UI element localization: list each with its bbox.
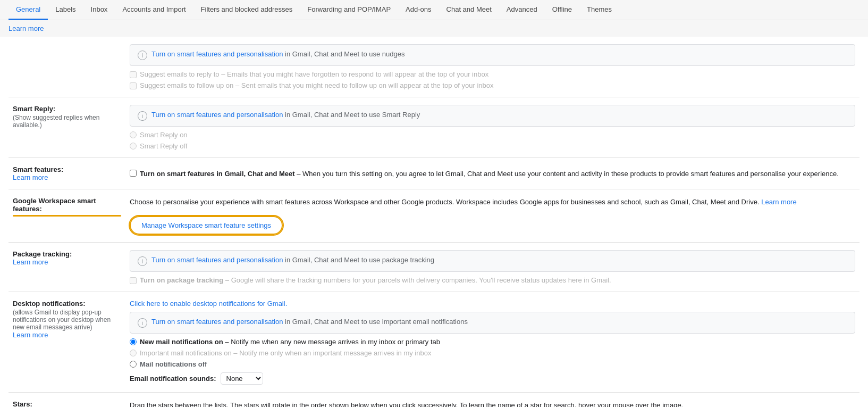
workspace-desc-text: Choose to personalise your experience wi… [130,198,760,206]
stars-label: Stars: [13,400,32,408]
package-tracking-desc: – Google will share the tracking numbers… [223,276,611,284]
notification-sounds-select[interactable]: None [221,372,263,385]
mail-off-label: Mail notifications off [140,360,207,368]
nudges-info-text: Turn on smart features and personalisati… [151,50,404,58]
package-tracking-checkbox-label: Turn on package tracking – Google will s… [140,276,611,284]
tab-offline[interactable]: Offline [545,0,579,20]
package-tracking-row: Package tracking: Learn more i Turn on s… [9,242,859,292]
workspace-label-cell: Google Workspace smart features: [9,189,125,243]
workspace-content-cell: Choose to personalise your experience wi… [125,189,859,243]
info-icon-nudges: i [138,51,147,60]
suggest-followup-label: Suggest emails to follow up on – Sent em… [140,81,494,89]
smart-reply-content-cell: i Turn on smart features and personalisa… [125,97,859,158]
smart-reply-on-label: Smart Reply on [140,131,188,139]
mail-notifications-off-row: Mail notifications off [130,360,855,368]
desktop-notifications-row: Desktop notifications: (allows Gmail to … [9,292,859,392]
important-mail-notifications-row: Important mail notifications on – Notify… [130,349,855,357]
smart-reply-off-label: Smart Reply off [140,142,187,150]
smart-features-row: Smart features: Learn more Turn on smart… [9,158,859,189]
tab-chat-and-meet[interactable]: Chat and Meet [439,0,499,20]
desktop-notifications-content-cell: Click here to enable desktop notificatio… [125,292,859,392]
suggest-reply-label: Suggest emails to reply to – Emails that… [140,70,488,78]
smart-features-checkbox[interactable] [130,170,137,177]
manage-workspace-button[interactable]: Manage Workspace smart feature settings [130,216,283,235]
tab-labels[interactable]: Labels [48,0,83,20]
desktop-notifications-learn-more-link[interactable]: Learn more [13,331,48,339]
nudges-content-cell: i Turn on smart features and personalisa… [125,37,859,97]
smart-reply-off-radio[interactable] [130,143,137,149]
desktop-notifications-label: Desktop notifications: [13,300,86,308]
new-mail-radio[interactable] [130,338,137,345]
suggest-reply-row: Suggest emails to reply to – Emails that… [130,70,855,78]
workspace-desc: Choose to personalise your experience wi… [130,197,855,207]
smart-reply-info-box: i Turn on smart features and personalisa… [130,105,855,127]
smart-features-content-cell: Turn on smart features in Gmail, Chat an… [125,158,859,189]
tab-add-ons[interactable]: Add-ons [398,0,439,20]
notification-sounds-label: Email notification sounds: [130,375,216,383]
tab-advanced[interactable]: Advanced [499,0,545,20]
desktop-notifications-label-cell: Desktop notifications: (allows Gmail to … [9,292,125,392]
new-mail-label: New mail notifications on – Notify me wh… [140,338,440,346]
workspace-underline [13,215,121,217]
info-icon-smart-reply: i [138,111,147,121]
mail-off-radio[interactable] [130,361,137,368]
suggest-reply-checkbox[interactable] [130,71,137,78]
smart-reply-sub: (Show suggested replies when available.) [13,114,121,129]
stars-content-cell: Drag the stars between the lists. The st… [125,392,859,407]
smart-features-label: Smart features: [13,165,63,173]
tab-inbox[interactable]: Inbox [83,0,115,20]
smart-features-checkbox-label: Turn on smart features in Gmail, Chat an… [140,170,295,178]
desktop-notif-info-text: Turn on smart features and personalisati… [151,318,468,326]
package-tracking-label-bold: Turn on package tracking [140,276,223,284]
smart-reply-info-text: Turn on smart features and personalisati… [151,111,420,119]
package-tracking-info-box: i Turn on smart features and personalisa… [130,250,855,272]
important-mail-radio[interactable] [130,350,137,356]
info-icon-package: i [138,256,147,266]
tab-forwarding-and-pop/imap[interactable]: Forwarding and POP/IMAP [300,0,398,20]
tab-general[interactable]: General [9,0,48,20]
important-mail-label: Important mail notifications on – Notify… [140,349,431,357]
package-tracking-learn-more-link[interactable]: Learn more [13,258,48,266]
smart-reply-label-cell: Smart Reply: (Show suggested replies whe… [9,97,125,158]
nudges-smart-features-link[interactable]: Turn on smart features and personalisati… [151,50,283,58]
desktop-notifications-info-box: i Turn on smart features and personalisa… [130,312,855,334]
smart-reply-on-radio[interactable] [130,131,137,138]
workspace-learn-more-link[interactable]: Learn more [761,198,796,206]
nudges-row: i Turn on smart features and personalisa… [9,37,859,97]
settings-table: i Turn on smart features and personalisa… [9,37,859,407]
smart-reply-smart-features-link[interactable]: Turn on smart features and personalisati… [151,111,283,119]
smart-reply-off-row: Smart Reply off [130,142,855,150]
stars-row: Stars: Drag the stars between the lists.… [9,392,859,407]
stars-label-cell: Stars: [9,392,125,407]
top-learn-more-link[interactable]: Learn more [0,20,868,37]
package-tracking-content-cell: i Turn on smart features and personalisa… [125,242,859,292]
desktop-notif-smart-features-link[interactable]: Turn on smart features and personalisati… [151,318,283,326]
smart-reply-label: Smart Reply: [13,105,55,113]
workspace-smart-features-row: Google Workspace smart features: Choose … [9,189,859,243]
enable-desktop-notifications-link[interactable]: Click here to enable desktop notificatio… [130,300,287,308]
package-tracking-label: Package tracking: [13,250,72,258]
desktop-notifications-sub: (allows Gmail to display pop-up notifica… [13,309,121,331]
notification-sounds-row: Email notification sounds: None [130,372,855,385]
new-mail-notifications-row: New mail notifications on – Notify me wh… [130,338,855,346]
stars-content: Drag the stars between the lists. The st… [130,400,855,408]
smart-features-checkbox-desc: – When you turn this setting on, you agr… [295,170,839,178]
smart-reply-row: Smart Reply: (Show suggested replies whe… [9,97,859,158]
nudges-label-cell [9,37,125,97]
tab-themes[interactable]: Themes [579,0,619,20]
package-tracking-info-text: Turn on smart features and personalisati… [151,256,434,264]
tab-accounts-and-import[interactable]: Accounts and Import [115,0,193,20]
suggest-followup-row: Suggest emails to follow up on – Sent em… [130,81,855,89]
package-tracking-checkbox-row: Turn on package tracking – Google will s… [130,276,855,284]
smart-features-checkbox-text: Turn on smart features in Gmail, Chat an… [140,169,839,179]
package-tracking-checkbox[interactable] [130,277,137,284]
nudges-info-box: i Turn on smart features and personalisa… [130,44,855,66]
package-smart-features-link[interactable]: Turn on smart features and personalisati… [151,256,283,264]
suggest-followup-checkbox[interactable] [130,82,137,89]
package-tracking-label-cell: Package tracking: Learn more [9,242,125,292]
tab-filters-and-blocked-addresses[interactable]: Filters and blocked addresses [193,0,300,20]
smart-features-learn-more-link[interactable]: Learn more [13,173,48,181]
settings-content: i Turn on smart features and personalisa… [0,37,868,407]
smart-reply-on-row: Smart Reply on [130,131,855,139]
info-icon-desktop-notif: i [138,318,147,328]
